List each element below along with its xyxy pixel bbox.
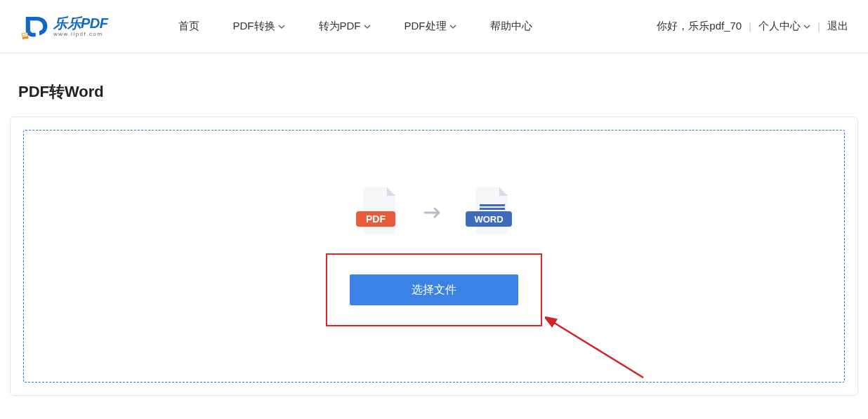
chevron-down-icon	[449, 23, 456, 30]
logout-label: 退出	[827, 20, 848, 33]
chevron-down-icon	[803, 23, 810, 30]
user-greeting: 你好，乐乐pdf_70	[657, 20, 742, 33]
nav-home[interactable]: 首页	[178, 20, 199, 33]
chevron-down-icon	[364, 23, 371, 30]
profile-center-link[interactable]: 个人中心	[758, 20, 810, 33]
svg-rect-4	[480, 204, 505, 206]
nav-pdf-process-label: PDF处理	[405, 20, 447, 33]
user-area: 你好，乐乐pdf_70 | 个人中心 | 退出	[657, 20, 848, 33]
select-file-highlight-box: 选择文件	[326, 253, 542, 326]
chevron-down-icon	[278, 23, 285, 30]
separator: |	[817, 20, 820, 32]
main-nav: 首页 PDF转换 转为PDF PDF处理 帮助中心	[178, 20, 532, 33]
nav-pdf-convert-label: PDF转换	[233, 20, 275, 33]
word-file-icon: WORD	[466, 186, 515, 239]
logo-url: www.llpdf.com	[53, 32, 108, 37]
profile-center-label: 个人中心	[758, 20, 801, 33]
logo-icon	[20, 12, 49, 41]
convert-icons-row: PDF WORD	[353, 186, 515, 239]
nav-to-pdf[interactable]: 转为PDF	[319, 20, 371, 33]
file-drop-zone[interactable]: PDF WORD 选择文件	[23, 130, 845, 383]
nav-pdf-process[interactable]: PDF处理	[405, 20, 456, 33]
svg-text:PDF: PDF	[366, 213, 386, 225]
nav-to-pdf-label: 转为PDF	[319, 20, 361, 33]
logo-text-group: 乐乐PDF www.llpdf.com	[53, 16, 108, 37]
top-header: 乐乐PDF www.llpdf.com 首页 PDF转换 转为PDF PDF处理…	[0, 0, 868, 53]
pdf-file-icon: PDF	[353, 186, 402, 239]
arrow-right-icon	[423, 206, 445, 220]
separator: |	[749, 20, 751, 32]
nav-help-center-label: 帮助中心	[490, 20, 532, 33]
svg-text:WORD: WORD	[474, 214, 503, 225]
select-file-button[interactable]: 选择文件	[350, 274, 518, 305]
page-title: PDF转Word	[18, 81, 868, 102]
select-file-button-label: 选择文件	[412, 283, 456, 298]
logout-link[interactable]: 退出	[827, 20, 848, 33]
nav-pdf-convert[interactable]: PDF转换	[233, 20, 285, 33]
logo-text: 乐乐PDF	[53, 16, 108, 30]
nav-home-label: 首页	[178, 20, 199, 33]
upload-panel: PDF WORD 选择文件	[10, 117, 858, 396]
svg-rect-5	[480, 208, 505, 210]
logo[interactable]: 乐乐PDF www.llpdf.com	[20, 12, 108, 41]
nav-help-center[interactable]: 帮助中心	[490, 20, 532, 33]
